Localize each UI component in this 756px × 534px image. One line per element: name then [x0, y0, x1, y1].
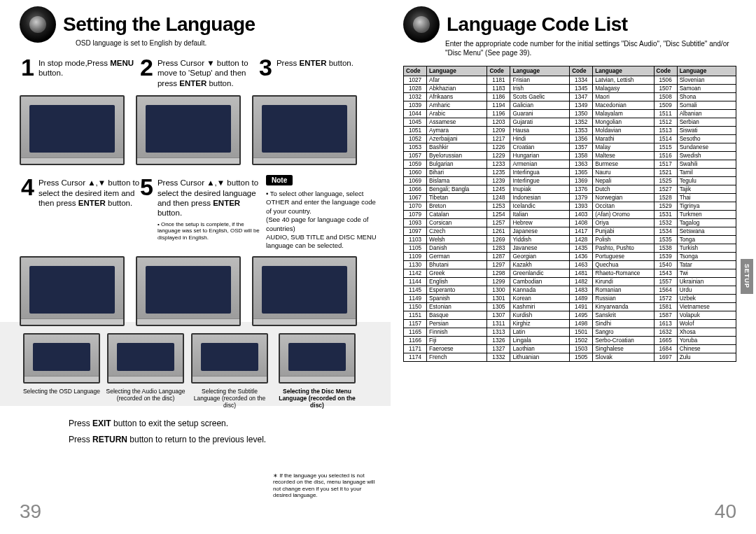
language-header: Language	[427, 66, 487, 76]
table-row: 1105Danish1283Javanese1435Pashto, Pushto…	[404, 244, 736, 253]
note-badge: Note	[266, 175, 293, 185]
table-row: 1067Tibetan1248Indonesian1379Norwegian15…	[404, 194, 736, 202]
table-row: 1070Breton1253Icelandic1393Occitan1529Ti…	[404, 202, 736, 211]
table-row: 1066Bengali; Bangla1245Inupiak1376Dutch1…	[404, 185, 736, 194]
table-row: 1044Arabic1196Guarani1350Malayalam1511Al…	[404, 110, 736, 118]
table-row: 1028Abkhazian1183Irish1345Malagasy1507Sa…	[404, 85, 736, 93]
code-header: Code	[487, 66, 510, 76]
right-intro: Enter the appropriate code number for th…	[445, 39, 736, 57]
exit-return: Press EXIT button to exit the setup scre…	[69, 416, 378, 448]
table-row: 1069Bislama1239Interlingue1369Nepali1525…	[404, 177, 736, 185]
table-row: 1052Azerbaijani1217Hindi1356Marathi1514S…	[404, 135, 736, 143]
table-row: 1174French1332Lithuanian1505Slovak1697Zu…	[404, 353, 736, 362]
osd-shot-2	[136, 95, 241, 165]
osd-shot-1	[20, 95, 125, 165]
table-row: 1171Faeroese1327Laothian1503Singhalese16…	[404, 345, 736, 353]
table-row: 1097Czech1261Japanese1417Punjabi1534Sets…	[404, 227, 736, 236]
left-page: Setting the Language OSD language is set…	[0, 0, 391, 534]
note-text: • To select other language, select OTHER…	[266, 190, 378, 250]
step-text: Press Cursor ▲,▼ button to select the de…	[38, 175, 140, 208]
step-text: In stop mode,Press MENU button.	[38, 55, 140, 78]
caption-shot-3	[191, 333, 268, 384]
step-5: 5 Press Cursor ▲,▼ button to select the …	[140, 175, 266, 250]
speaker-icon	[403, 6, 440, 43]
osd-shot-5	[136, 256, 241, 326]
speaker-icon	[20, 6, 56, 43]
page-num-right: 40	[715, 500, 736, 523]
step-3: 3 Press ENTER button.	[259, 55, 378, 88]
table-row: 1079Catalan1254Italian1403(Afan) Oromo15…	[404, 211, 736, 219]
step-text: Press ENTER button.	[276, 55, 354, 68]
language-header: Language	[677, 66, 736, 76]
shot-cap: Selecting the Disc Menu Language (record…	[272, 388, 363, 409]
table-row: 1045Assamese1203Gujarati1352Mongolian151…	[404, 118, 736, 127]
table-row: 1032Afrikaans1186Scots Gaelic1347Maori15…	[404, 93, 736, 101]
subtitle-left: OSD language is set to English by defaul…	[76, 39, 378, 47]
table-row: 1057Byelorussian1229Hungarian1358Maltese…	[404, 152, 736, 160]
language-header: Language	[593, 66, 654, 76]
table-row: 1039Amharic1194Galician1349Macedonian150…	[404, 101, 736, 110]
code-header: Code	[654, 66, 677, 76]
table-row: 1027Afar1181Frisian1334Latvian, Lettish1…	[404, 76, 736, 85]
step-text: Press Cursor ▼ button to move to 'Setup'…	[158, 55, 259, 88]
code-header: Code	[404, 66, 427, 76]
step-2: 2 Press Cursor ▼ button to move to 'Setu…	[140, 55, 259, 88]
step-text: Press Cursor ▲,▼ button to select the de…	[158, 175, 266, 218]
right-page: Language Code List Enter the appropriate…	[391, 0, 756, 534]
code-header: Code	[570, 66, 593, 76]
table-row: 1151Basque1307Kurdish1495Sanskrit1587Vol…	[404, 311, 736, 320]
step-1: 1 In stop mode,Press MENU button.	[21, 55, 140, 88]
table-row: 1166Fiji1326Lingala1502Serbo-Croatian166…	[404, 337, 736, 345]
setup-tab: SETUP	[741, 259, 753, 294]
table-row: 1145Esperanto1300Kannada1483Romanian1564…	[404, 286, 736, 295]
table-row: 1144English1299Cambodian1482Kirundi1557U…	[404, 278, 736, 286]
shot-cap: Selecting the Subtitle Language (recorde…	[188, 388, 272, 409]
caption-shot-4	[279, 333, 356, 384]
table-row: 1103Welsh1269Yiddish1428Polish1535Tonga	[404, 236, 736, 244]
page-title-left: Setting the Language	[63, 13, 255, 36]
language-header: Language	[510, 66, 570, 76]
osd-shot-6	[252, 256, 357, 326]
table-row: 1157Persian1311Kirghiz1498Sindhi1613Wolo…	[404, 320, 736, 328]
shot-cap: Selecting the Audio Language (recorded o…	[104, 388, 188, 402]
osd-shot-4	[20, 256, 125, 326]
shot-cap: Selecting the OSD Language	[23, 388, 100, 395]
table-row: 1093Corsican1257Hebrew1408Oriya1532Tagal…	[404, 219, 736, 227]
table-row: 1150Estonian1305Kashmiri1491Kinyarwanda1…	[404, 303, 736, 311]
table-row: 1109German1287Georgian1436Portuguese1539…	[404, 253, 736, 261]
table-row: 1053Bashkir1226Croatian1357Malay1515Sund…	[404, 143, 736, 152]
table-row: 1060Bihari1235Interlingua1365Nauru1521Ta…	[404, 169, 736, 177]
page-title-right: Language Code List	[447, 13, 628, 36]
language-code-table: CodeLanguageCodeLanguageCodeLanguageCode…	[403, 66, 736, 362]
caption-shot-2	[107, 333, 184, 384]
step5-footnote: • Once the setup is complete, if the lan…	[158, 221, 266, 241]
table-row: 1059Bulgarian1233Armenian1363Burmese1517…	[404, 160, 736, 169]
table-row: 1149Spanish1301Korean1489Russian1572Uzbe…	[404, 295, 736, 303]
table-row: 1165Finnish1313Latin1501Sangro1632Xhosa	[404, 328, 736, 337]
table-row: 1142Greek1298Greenlandic1481Rhaeto-Roman…	[404, 269, 736, 278]
table-row: 1051Aymara1209Hausa1353Moldavian1513Sisw…	[404, 127, 736, 135]
caption-shot-1	[23, 333, 100, 384]
table-row: 1130Bhutani1297Kazakh1463Quechua1540Tata…	[404, 261, 736, 269]
page-num-left: 39	[20, 500, 41, 523]
right-side-note: ∗ If the language you selected is not re…	[273, 472, 378, 499]
osd-shot-3	[252, 95, 357, 165]
step-4: 4 Press Cursor ▲,▼ button to select the …	[21, 175, 140, 250]
